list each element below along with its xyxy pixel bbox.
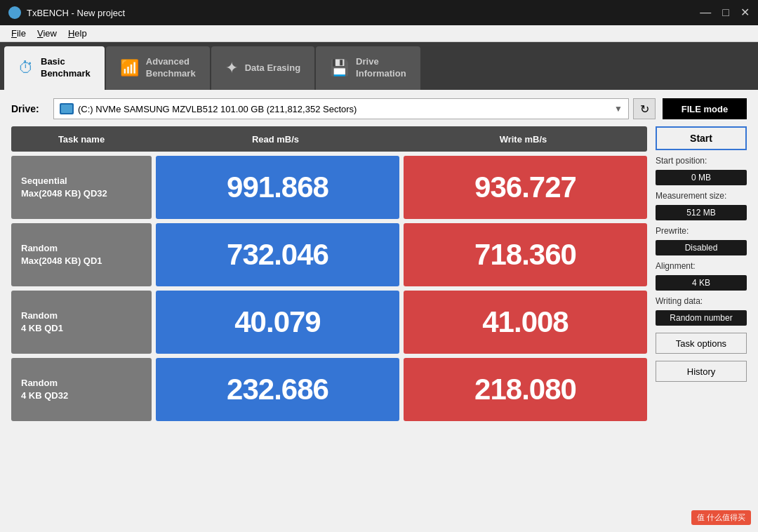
bench-row-1: Random Max(2048 KB) QD1 732.046 718.360 [11, 223, 647, 286]
drive-select[interactable]: (C:) NVMe SAMSUNG MZVLB512 101.00 GB (21… [53, 98, 629, 119]
header-write: Write mB/s [399, 126, 647, 152]
drive-select-wrap: (C:) NVMe SAMSUNG MZVLB512 101.00 GB (21… [53, 98, 656, 119]
writing-data-value[interactable]: Random number [656, 310, 747, 326]
write-value-1: 718.360 [404, 223, 647, 286]
tab-advanced-benchmark[interactable]: 📶 AdvancedBenchmark [106, 46, 210, 90]
tab-basic-benchmark-label: BasicBenchmark [41, 56, 91, 80]
right-panel: Start Start position: 0 MB Measurement s… [656, 126, 747, 524]
alignment-label: Alignment: [656, 261, 747, 271]
measurement-size-label: Measurement size: [656, 191, 747, 201]
bench-area: Task name Read mB/s Write mB/s Sequentia… [11, 126, 747, 524]
bench-row-2: Random 4 KB QD1 40.079 41.008 [11, 291, 647, 354]
advanced-benchmark-icon: 📶 [120, 59, 139, 77]
start-position-label: Start position: [656, 156, 747, 166]
header-task-name: Task name [11, 126, 152, 152]
close-button[interactable]: ✕ [740, 7, 750, 18]
bench-header: Task name Read mB/s Write mB/s [11, 126, 647, 152]
menu-help[interactable]: Help [62, 27, 93, 40]
maximize-button[interactable]: □ [722, 7, 729, 18]
history-button[interactable]: History [656, 361, 747, 382]
start-position-value[interactable]: 0 MB [656, 170, 747, 185]
drive-select-text: (C:) NVMe SAMSUNG MZVLB512 101.00 GB (21… [60, 103, 357, 114]
bench-row-3: Random 4 KB QD32 232.686 218.080 [11, 358, 647, 421]
read-value-0: 991.868 [156, 156, 399, 219]
drive-selected-text: (C:) NVMe SAMSUNG MZVLB512 101.00 GB (21… [78, 104, 357, 114]
task-name-3: Random 4 KB QD32 [11, 358, 152, 421]
start-button[interactable]: Start [656, 126, 747, 150]
tab-data-erasing[interactable]: ✦ Data Erasing [211, 46, 314, 90]
task-name-2: Random 4 KB QD1 [11, 291, 152, 354]
read-value-1: 732.046 [156, 223, 399, 286]
read-value-2: 40.079 [156, 291, 399, 354]
task-name-0: Sequential Max(2048 KB) QD32 [11, 156, 152, 219]
drive-icon [60, 103, 74, 114]
tab-drive-information-label: DriveInformation [356, 56, 406, 80]
chevron-down-icon: ▼ [614, 104, 623, 114]
data-erasing-icon: ✦ [225, 59, 238, 77]
title-bar-left: TxBENCH - New project [8, 6, 125, 19]
measurement-size-value[interactable]: 512 MB [656, 205, 747, 220]
watermark: 值 什么值得买 [691, 510, 751, 525]
task-label-0: Sequential Max(2048 KB) QD32 [21, 175, 107, 200]
bench-table: Task name Read mB/s Write mB/s Sequentia… [11, 126, 647, 524]
task-name-1: Random Max(2048 KB) QD1 [11, 223, 152, 286]
menu-file[interactable]: File [6, 27, 32, 40]
drive-information-icon: 💾 [330, 59, 349, 77]
tab-basic-benchmark[interactable]: ⏱ BasicBenchmark [4, 46, 105, 90]
write-value-3: 218.080 [404, 358, 647, 421]
task-label-1: Random Max(2048 KB) QD1 [21, 242, 102, 267]
tab-bar: ⏱ BasicBenchmark 📶 AdvancedBenchmark ✦ D… [0, 42, 758, 90]
minimize-button[interactable]: — [700, 7, 711, 18]
alignment-value[interactable]: 4 KB [656, 275, 747, 291]
read-value-3: 232.686 [156, 358, 399, 421]
write-value-0: 936.727 [404, 156, 647, 219]
tab-advanced-benchmark-label: AdvancedBenchmark [146, 56, 196, 80]
title-bar: TxBENCH - New project — □ ✕ [0, 0, 758, 25]
menu-bar: File View Help [0, 25, 758, 42]
writing-data-label: Writing data: [656, 296, 747, 306]
write-value-2: 41.008 [404, 291, 647, 354]
prewrite-label: Prewrite: [656, 226, 747, 236]
prewrite-value[interactable]: Disabled [656, 240, 747, 255]
drive-row: Drive: (C:) NVMe SAMSUNG MZVLB512 101.00… [11, 98, 747, 119]
basic-benchmark-icon: ⏱ [18, 59, 34, 77]
task-label-3: Random 4 KB QD32 [21, 377, 68, 402]
drive-label: Drive: [11, 103, 46, 114]
app-icon [8, 6, 21, 19]
title-bar-controls: — □ ✕ [700, 7, 750, 18]
bench-row-0: Sequential Max(2048 KB) QD32 991.868 936… [11, 156, 647, 219]
window-title: TxBENCH - New project [27, 8, 125, 18]
main-content: Drive: (C:) NVMe SAMSUNG MZVLB512 101.00… [0, 90, 758, 532]
tab-data-erasing-label: Data Erasing [245, 62, 300, 74]
task-label-2: Random 4 KB QD1 [21, 310, 63, 335]
menu-view[interactable]: View [32, 27, 62, 40]
tab-drive-information[interactable]: 💾 DriveInformation [316, 46, 420, 90]
task-options-button[interactable]: Task options [656, 333, 747, 354]
file-mode-button[interactable]: FILE mode [663, 98, 747, 119]
header-read: Read mB/s [152, 126, 399, 152]
drive-refresh-button[interactable]: ↻ [633, 98, 656, 119]
